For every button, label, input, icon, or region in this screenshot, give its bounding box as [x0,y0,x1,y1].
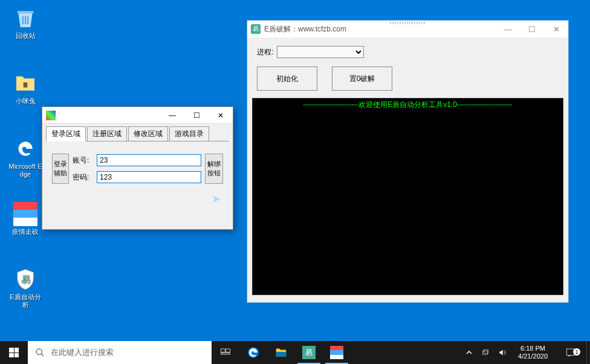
task-view-button[interactable] [212,341,239,364]
unbind-button[interactable]: 解绑按钮 [205,154,223,184]
window-titlebar[interactable]: 易 E盾破解：www.tcfzb.com — ☐ ✕ [247,21,568,37]
svg-rect-5 [221,349,225,352]
folder-icon [13,71,37,96]
window-title: E盾破解：www.tcfzb.com [264,24,496,34]
search-placeholder: 在此键入进行搜索 [51,347,114,358]
search-icon [35,348,45,357]
search-box[interactable]: 在此键入进行搜索 [28,341,212,364]
app-icon [46,111,56,120]
svg-point-3 [36,349,42,354]
login-form: 登录辅助 账号: 密码: 解绑按钮 [46,141,229,196]
console-output: -----------------------欢迎使用E盾自动分析工具v1.0-… [252,98,563,295]
show-desktop-button[interactable] [586,341,590,364]
drag-grip[interactable] [390,22,426,24]
desktop-icon-yiqing[interactable]: 疫情走砍 [7,202,44,236]
close-button[interactable]: ✕ [544,21,568,37]
edge-icon [13,137,37,161]
app-icon [13,202,37,226]
login-helper-button[interactable]: 登录辅助 [52,154,69,184]
desktop-icon-edun[interactable]: 易 E盾自动分析 [7,267,44,309]
svg-line-4 [41,354,44,356]
taskbar-item-explorer[interactable] [267,341,295,364]
tab-bar: 登录区域 注册区域 修改区域 游戏目录 [42,126,233,141]
desktop-icon-label: Microsoft Edge [7,163,44,178]
tab-modify-area[interactable]: 修改区域 [128,126,168,141]
start-button[interactable] [0,341,28,364]
taskbar-clock[interactable]: 6:18 PM 4/21/2020 [513,345,553,360]
clock-date: 4/21/2020 [518,353,548,360]
taskbar: 在此键入进行搜索 易 6:18 PM 4/21/2020 [0,341,590,364]
process-select[interactable] [277,46,364,58]
system-tray: 6:18 PM 4/21/2020 1 [461,341,586,364]
svg-text:易: 易 [21,274,30,284]
taskbar-item-app[interactable] [323,341,351,364]
account-label: 账号: [73,155,94,166]
desktop-icon-label: 疫情走砍 [12,228,39,236]
desktop-icon-label: 小咪兔 [16,97,36,105]
taskbar-item-eshield[interactable]: 易 [295,341,323,364]
minimize-button[interactable]: — [496,21,520,37]
notification-button[interactable]: 1 [557,347,584,358]
eshield-window: 易 E盾破解：www.tcfzb.com — ☐ ✕ 进程: 初始化 置0破解 … [247,20,569,303]
close-button[interactable]: ✕ [209,107,233,124]
task-view-icon [220,347,231,358]
tab-register-area[interactable]: 注册区域 [87,126,127,141]
app-icon [330,346,343,359]
maximize-button[interactable]: ☐ [520,21,544,37]
app-icon: 易 [251,24,261,34]
tray-volume-icon[interactable] [496,348,508,357]
login-window: — ☐ ✕ 登录区域 注册区域 修改区域 游戏目录 登录辅助 账号: 密码: 解… [42,106,233,230]
tab-game-dir[interactable]: 游戏目录 [169,126,209,141]
desktop-icon-recycle-bin[interactable]: 回收站 [7,6,44,40]
taskbar-item-edge[interactable] [239,341,267,364]
shield-icon: 易 [13,267,37,291]
minimize-button[interactable]: — [160,107,184,124]
desktop-icon-label: 回收站 [16,32,36,40]
tray-network-icon[interactable] [479,348,491,357]
svg-rect-6 [226,349,230,352]
init-button[interactable]: 初始化 [257,67,317,91]
cursor-icon: ➤ [212,192,221,206]
password-label: 密码: [73,172,94,183]
svg-rect-10 [482,351,487,355]
recycle-bin-icon [13,6,37,30]
maximize-button[interactable]: ☐ [184,107,209,124]
password-input[interactable] [97,171,201,183]
console-welcome-line: -----------------------欢迎使用E盾自动分析工具v1.0-… [253,99,563,110]
tab-login-area[interactable]: 登录区域 [46,126,86,141]
tray-chevron-up-icon[interactable] [464,349,475,356]
folder-icon [274,346,288,359]
svg-rect-0 [24,82,28,87]
account-input[interactable] [97,154,201,166]
windows-logo-icon [9,348,19,357]
desktop-icon-xiaomitu[interactable]: 小咪兔 [7,71,44,105]
clock-time: 6:18 PM [520,345,545,353]
app-icon: 易 [302,346,316,359]
notification-badge: 1 [573,348,580,356]
svg-rect-9 [276,352,287,356]
window-titlebar[interactable]: — ☐ ✕ [42,107,233,124]
crack-button[interactable]: 置0破解 [332,67,392,91]
edge-icon [246,345,261,360]
desktop-icon-label: E盾自动分析 [7,293,44,309]
process-label: 进程: [257,47,273,57]
desktop-icon-edge[interactable]: Microsoft Edge [7,137,44,178]
svg-rect-7 [221,353,230,354]
